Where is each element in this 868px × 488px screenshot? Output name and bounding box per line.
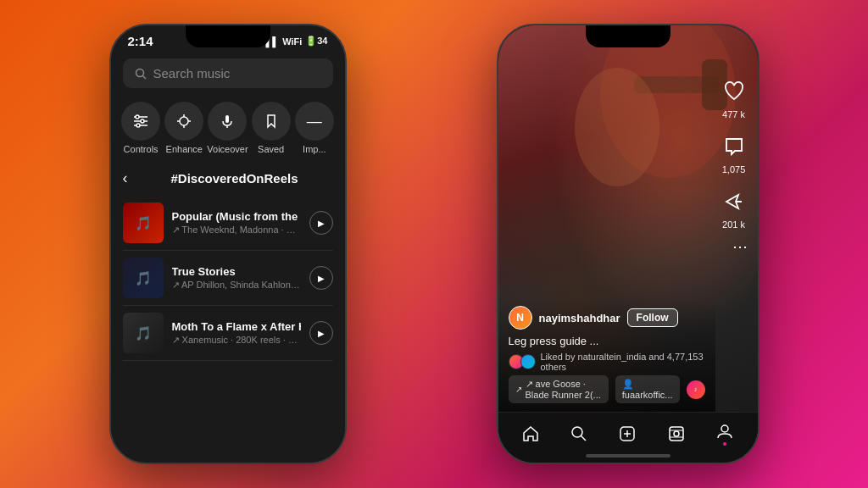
section-header: ‹ #DiscoveredOnReels bbox=[111, 164, 345, 196]
saved-label: Saved bbox=[258, 144, 284, 154]
share-action[interactable]: 201 k bbox=[719, 186, 749, 230]
enhance-icon-circle bbox=[164, 102, 203, 141]
svg-point-29 bbox=[721, 425, 728, 432]
home-indicator bbox=[586, 454, 670, 458]
left-phone: 2:14 ▌▌ WiFi 🔋34 Search music bbox=[109, 24, 347, 464]
arrow-icon: ↗ bbox=[515, 385, 522, 394]
music-meta-1: ↗ The Weeknd, Madonna · 330K r... bbox=[172, 225, 301, 236]
music-item[interactable]: 🎵 True Stories ↗ AP Dhillon, Shinda Kahl… bbox=[123, 251, 333, 306]
status-icons-left: ▌▌ WiFi 🔋34 bbox=[266, 36, 328, 47]
music-thumb-3: 🎵 bbox=[123, 313, 164, 353]
reel-info: N nayimshahdhar Follow Leg press guide .… bbox=[498, 297, 715, 412]
music-title-3: Moth To a Flame x After Hours (T... bbox=[172, 320, 301, 333]
music-bar-item-1[interactable]: ↗ ↗ ave Goose · Blade Runner 2(... bbox=[509, 375, 609, 403]
nav-search[interactable] bbox=[570, 424, 588, 443]
share-icon bbox=[719, 186, 749, 217]
toolbar-enhance[interactable]: Enhance bbox=[163, 102, 205, 154]
svg-point-20 bbox=[572, 427, 582, 437]
user-row: N nayimshahdhar Follow bbox=[509, 306, 705, 330]
nav-home[interactable] bbox=[521, 424, 540, 443]
play-button-1[interactable]: ▶ bbox=[309, 211, 333, 235]
toolbar-saved[interactable]: Saved bbox=[250, 102, 292, 154]
svg-rect-13 bbox=[225, 115, 229, 123]
notch-right bbox=[586, 25, 670, 47]
follow-button[interactable]: Follow bbox=[627, 308, 678, 327]
toolbar-import[interactable]: — Imp... bbox=[293, 102, 336, 154]
music-bar-item-2[interactable]: 👤 fuaarkoffic... bbox=[615, 375, 680, 403]
comment-count: 1,075 bbox=[722, 164, 746, 175]
nav-add[interactable] bbox=[618, 424, 637, 443]
share-count: 201 k bbox=[722, 219, 745, 230]
music-bar-text-1: ↗ ave Goose · Blade Runner 2(... bbox=[526, 379, 602, 400]
music-meta-3: ↗ Xanemusic · 280K reels · 5:09 bbox=[172, 335, 301, 346]
voiceover-label: Voiceover bbox=[207, 144, 248, 154]
play-button-2[interactable]: ▶ bbox=[309, 266, 333, 290]
music-meta-2: ↗ AP Dhillon, Shinda Kahlon · 76.5... bbox=[172, 280, 301, 291]
music-disc[interactable]: ♪ bbox=[687, 380, 705, 399]
comment-action[interactable]: 1,075 bbox=[719, 131, 749, 175]
right-phone: 477 k 1,075 201 k bbox=[497, 24, 760, 464]
import-icon-circle: — bbox=[295, 102, 334, 141]
notch bbox=[186, 25, 270, 47]
toolbar-controls[interactable]: Controls bbox=[120, 102, 162, 154]
music-bar: ↗ ↗ ave Goose · Blade Runner 2(... 👤 fua… bbox=[509, 375, 705, 403]
svg-point-8 bbox=[180, 117, 188, 125]
enhance-label: Enhance bbox=[166, 144, 203, 154]
svg-point-0 bbox=[136, 69, 143, 76]
back-button[interactable]: ‹ bbox=[123, 169, 128, 187]
import-label: Imp... bbox=[303, 144, 326, 154]
nav-reels[interactable] bbox=[667, 424, 686, 443]
music-title-1: Popular (Music from the HBO... E bbox=[172, 210, 301, 223]
voiceover-icon-circle bbox=[208, 102, 247, 141]
status-time-left: 2:14 bbox=[128, 34, 153, 48]
svg-line-1 bbox=[142, 75, 146, 79]
search-icon bbox=[135, 68, 147, 80]
music-item[interactable]: 🎵 Popular (Music from the HBO... E ↗ The… bbox=[123, 196, 333, 251]
likes-avatars bbox=[509, 354, 536, 369]
music-thumb-2: 🎵 bbox=[123, 258, 164, 298]
liker-avatar-2 bbox=[520, 354, 536, 369]
caption: Leg press guide ... bbox=[509, 335, 705, 347]
wifi-icon: WiFi bbox=[282, 36, 302, 47]
like-action[interactable]: 477 k bbox=[719, 76, 749, 119]
profile-notification-dot bbox=[723, 442, 726, 446]
music-bar-text-2: 👤 fuaarkoffic... bbox=[622, 379, 673, 400]
music-title-2: True Stories bbox=[172, 265, 301, 278]
username[interactable]: nayimshahdhar bbox=[539, 312, 620, 324]
likes-row: Liked by naturaltein_india and 4,77,153 … bbox=[509, 352, 705, 372]
svg-point-3 bbox=[136, 115, 139, 119]
reel-actions: 477 k 1,075 201 k bbox=[719, 76, 749, 230]
music-info-2: True Stories ↗ AP Dhillon, Shinda Kahlon… bbox=[172, 265, 301, 291]
heart-icon bbox=[719, 76, 749, 107]
right-content: 477 k 1,075 201 k bbox=[498, 25, 758, 463]
like-count: 477 k bbox=[722, 109, 745, 119]
svg-point-7 bbox=[136, 124, 140, 127]
nav-profile[interactable] bbox=[715, 422, 734, 446]
controls-label: Controls bbox=[124, 144, 159, 154]
svg-point-18 bbox=[575, 68, 659, 186]
left-content: Search music Controls bbox=[111, 52, 345, 464]
svg-point-5 bbox=[141, 119, 144, 123]
search-bar[interactable]: Search music bbox=[123, 58, 333, 88]
music-item[interactable]: 🎵 Moth To a Flame x After Hours (T... ↗ … bbox=[123, 306, 333, 361]
toolbar-voiceover[interactable]: Voiceover bbox=[206, 102, 248, 154]
controls-icon-circle bbox=[121, 102, 160, 141]
svg-line-21 bbox=[581, 435, 587, 441]
section-title: #DiscoveredOnReels bbox=[136, 171, 333, 186]
comment-icon bbox=[719, 131, 749, 162]
svg-rect-25 bbox=[670, 427, 683, 441]
battery-icon: 🔋34 bbox=[305, 36, 327, 47]
saved-icon-circle bbox=[252, 102, 291, 141]
toolbar-row: Controls Enhance bbox=[111, 98, 345, 164]
music-list: 🎵 Popular (Music from the HBO... E ↗ The… bbox=[111, 196, 345, 361]
more-button[interactable]: ⋯ bbox=[732, 237, 749, 256]
music-info-1: Popular (Music from the HBO... E ↗ The W… bbox=[172, 210, 301, 236]
play-button-3[interactable]: ▶ bbox=[309, 321, 333, 345]
svg-point-26 bbox=[674, 431, 679, 436]
search-placeholder: Search music bbox=[153, 66, 231, 80]
music-thumb-1: 🎵 bbox=[123, 202, 164, 243]
likes-text: Liked by naturaltein_india and 4,77,153 … bbox=[541, 352, 705, 372]
user-avatar: N bbox=[509, 306, 532, 330]
music-info-3: Moth To a Flame x After Hours (T... ↗ Xa… bbox=[172, 320, 301, 346]
